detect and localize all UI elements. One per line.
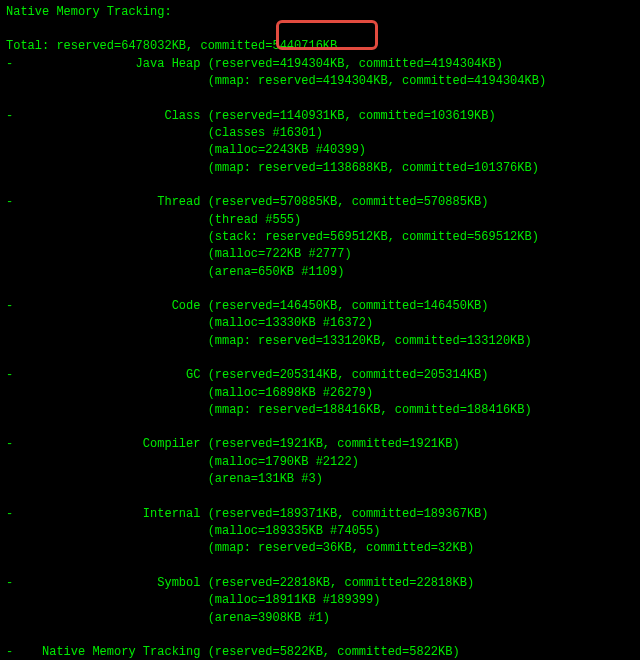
nmt-detail: (mmap: reserved=188416KB, committed=1884…: [6, 402, 634, 419]
nmt-section-gc: - GC (reserved=205314KB, committed=20531…: [6, 367, 634, 384]
blank-line: [6, 350, 634, 367]
nmt-section-internal: - Internal (reserved=189371KB, committed…: [6, 506, 634, 523]
nmt-section-thread: - Thread (reserved=570885KB, committed=5…: [6, 194, 634, 211]
nmt-section-class: - Class (reserved=1140931KB, committed=1…: [6, 108, 634, 125]
nmt-detail: (thread #555): [6, 212, 634, 229]
nmt-section-code: - Code (reserved=146450KB, committed=146…: [6, 298, 634, 315]
nmt-section-native-memory-tracking: - Native Memory Tracking (reserved=5822K…: [6, 644, 634, 660]
nmt-detail: (mmap: reserved=133120KB, committed=1331…: [6, 333, 634, 350]
terminal-output: Native Memory Tracking:Total: reserved=6…: [6, 4, 634, 660]
nmt-detail: (classes #16301): [6, 125, 634, 142]
nmt-section-symbol: - Symbol (reserved=22818KB, committed=22…: [6, 575, 634, 592]
nmt-detail: (malloc=722KB #2777): [6, 246, 634, 263]
blank-line: [6, 281, 634, 298]
blank-line: [6, 558, 634, 575]
nmt-detail: (mmap: reserved=4194304KB, committed=419…: [6, 73, 634, 90]
blank-line: [6, 91, 634, 108]
nmt-title: Native Memory Tracking:: [6, 4, 634, 21]
nmt-detail: (arena=131KB #3): [6, 471, 634, 488]
nmt-detail: (arena=3908KB #1): [6, 610, 634, 627]
nmt-detail: (stack: reserved=569512KB, committed=569…: [6, 229, 634, 246]
nmt-detail: (mmap: reserved=36KB, committed=32KB): [6, 540, 634, 557]
nmt-detail: (malloc=13330KB #16372): [6, 315, 634, 332]
nmt-detail: (malloc=1790KB #2122): [6, 454, 634, 471]
nmt-detail: (malloc=189335KB #74055): [6, 523, 634, 540]
nmt-detail: (malloc=18911KB #189399): [6, 592, 634, 609]
nmt-detail: (malloc=2243KB #40399): [6, 142, 634, 159]
blank-line: [6, 177, 634, 194]
blank-line: [6, 627, 634, 644]
nmt-section-java-heap: - Java Heap (reserved=4194304KB, committ…: [6, 56, 634, 73]
blank-line: [6, 419, 634, 436]
nmt-detail: (mmap: reserved=1138688KB, committed=101…: [6, 160, 634, 177]
blank-line: [6, 489, 634, 506]
nmt-detail: (malloc=16898KB #26279): [6, 385, 634, 402]
blank-line: [6, 21, 634, 38]
nmt-detail: (arena=650KB #1109): [6, 264, 634, 281]
nmt-total: Total: reserved=6478032KB, committed=544…: [6, 38, 634, 55]
nmt-section-compiler: - Compiler (reserved=1921KB, committed=1…: [6, 436, 634, 453]
